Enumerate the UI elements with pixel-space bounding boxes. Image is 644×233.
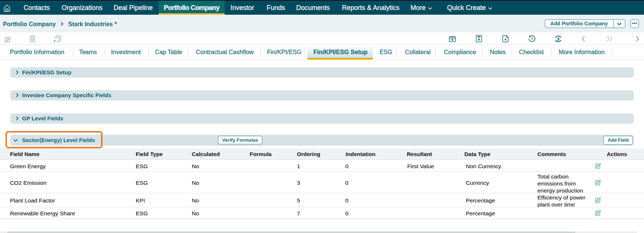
svg-text:$: $ (557, 37, 560, 41)
